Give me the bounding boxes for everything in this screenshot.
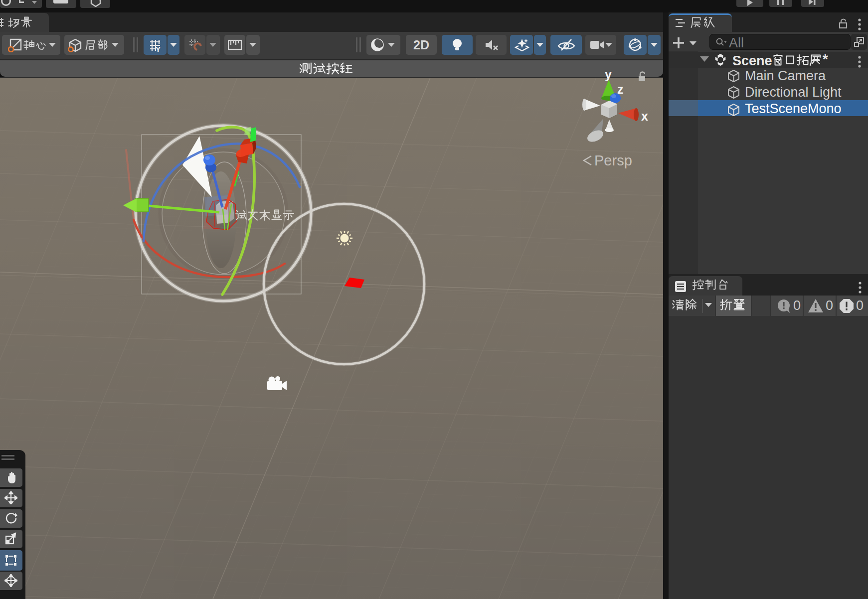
svg-text:Persp: Persp <box>594 152 632 168</box>
svg-text:z: z <box>617 82 624 96</box>
svg-text:Y: Y <box>156 45 161 52</box>
svg-text:y: y <box>605 67 612 81</box>
svg-text:x: x <box>641 109 648 123</box>
